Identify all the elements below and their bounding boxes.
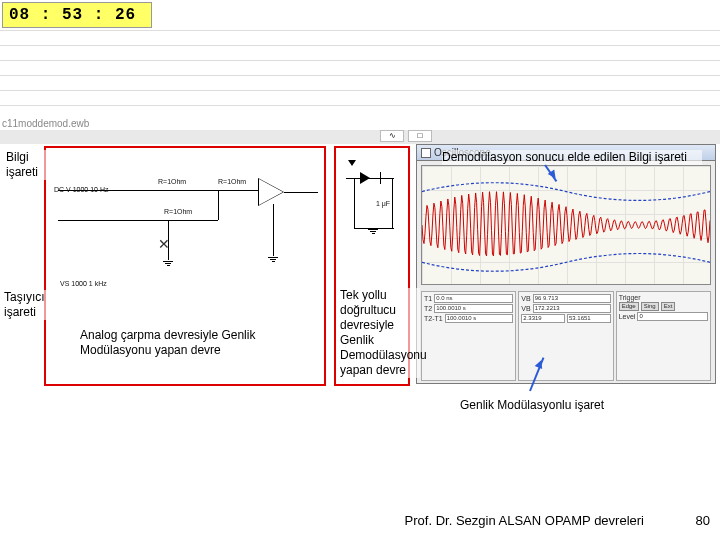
oscilloscope-controls: T10.0 ns T2100.0010 s T2-T1100.0010 s VB…	[417, 289, 715, 383]
note-carrier-signal: Taşıyıcı işareti	[4, 290, 46, 320]
oscilloscope-window: Oscilloscope T10.0 ns T2100.0010 s T2-T1…	[416, 144, 716, 384]
slide-footer: Prof. Dr. Sezgin ALSAN OPAMP devreleri 8…	[0, 513, 710, 528]
author-text: Prof. Dr. Sezgin ALSAN OPAMP devreleri	[405, 513, 644, 528]
label: VB	[521, 305, 530, 312]
note-am-signal: Genlik Modülasyonlu işaret	[460, 398, 660, 413]
label: T2-T1	[424, 315, 443, 322]
app-toolbar: ∿ □	[0, 130, 720, 144]
oscilloscope-screen	[421, 165, 711, 285]
note-demodulated: Demodülasyon sonucu elde edilen Bilgi iş…	[442, 150, 702, 165]
timebase-panel: T10.0 ns T2100.0010 s T2-T1100.0010 s	[421, 291, 516, 381]
diode-icon	[360, 172, 370, 184]
resistor-label: R=1Ohm	[164, 208, 192, 215]
value-field[interactable]: 2.3319	[521, 314, 565, 323]
single-button[interactable]: Sing	[641, 302, 659, 311]
time-field[interactable]: 0.0 ns	[434, 294, 513, 303]
time-field[interactable]: 100.0010 s	[445, 314, 514, 323]
window-icon	[421, 148, 431, 158]
label: VB	[521, 295, 530, 302]
label: Trigger	[619, 294, 641, 301]
page-number: 80	[682, 513, 710, 528]
clock-box: 08 : 53 : 26	[2, 2, 152, 28]
ext-button[interactable]: Ext	[661, 302, 676, 311]
note-rectifier: Tek yollu doğrultucu devresiyle Genlik D…	[340, 288, 420, 378]
value-field[interactable]: 96 9.713	[533, 294, 611, 303]
resistor-label: R=1Ohm	[158, 178, 186, 185]
source-label: DC V 1000 10 Hz	[54, 186, 108, 193]
value-field[interactable]: 172.2213	[533, 304, 611, 313]
label: T1	[424, 295, 432, 302]
time-field[interactable]: 100.0010 s	[434, 304, 513, 313]
label: Level	[619, 313, 636, 320]
cap-label: 1 μF	[376, 200, 390, 207]
clock-text: 08 : 53 : 26	[9, 6, 136, 24]
modulator-schematic: R=1Ohm R=1Ohm R=1Ohm DC V 1000 10 Hz VS …	[58, 160, 318, 310]
tool-icon: ∿	[380, 130, 404, 142]
ruled-background	[0, 30, 720, 120]
value-field[interactable]: 53.1651	[567, 314, 611, 323]
ground-icon	[368, 228, 378, 235]
ground-icon	[163, 260, 173, 267]
file-path: c11moddemod.ewb	[2, 118, 89, 129]
channel-panel: VB96 9.713 VB172.2213 2.331953.1651	[518, 291, 613, 381]
note-info-signal: Bilgi işareti	[6, 150, 46, 180]
opamp-icon	[258, 178, 284, 206]
trigger-panel: Trigger Edge Sing Ext Level0	[616, 291, 711, 381]
label: T2	[424, 305, 432, 312]
edge-button[interactable]: Edge	[619, 302, 639, 311]
note-modulator: Analog çarpma devresiyle Genlik Modülasy…	[80, 328, 270, 358]
source-label: VS 1000 1 kHz	[60, 280, 107, 287]
level-field[interactable]: 0	[637, 312, 708, 321]
rectifier-schematic: 1 μF	[342, 160, 402, 280]
waveform	[422, 166, 710, 284]
ground-icon	[268, 256, 278, 263]
tool-icon: □	[408, 130, 432, 142]
resistor-label: R=1Ohm	[218, 178, 246, 185]
